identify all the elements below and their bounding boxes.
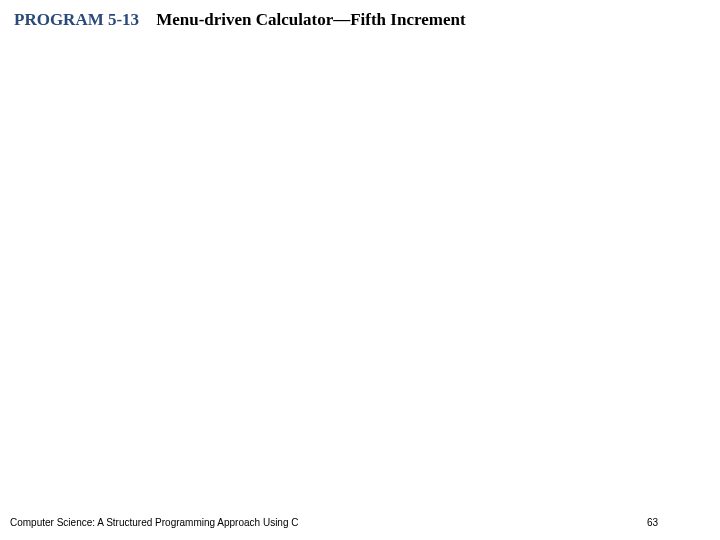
program-label: PROGRAM 5-13: [14, 10, 139, 29]
book-title: Computer Science: A Structured Programmi…: [10, 517, 298, 528]
page-number: 63: [647, 517, 658, 528]
slide-footer: Computer Science: A Structured Programmi…: [0, 517, 720, 528]
slide-header: PROGRAM 5-13 Menu-driven Calculator—Fift…: [14, 10, 466, 30]
program-title: Menu-driven Calculator—Fifth Increment: [156, 10, 465, 29]
